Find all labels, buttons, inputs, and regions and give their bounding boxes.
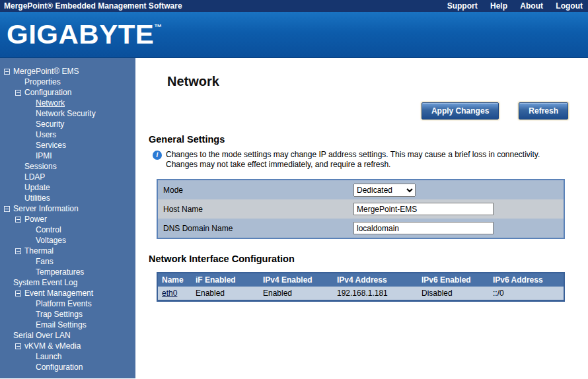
sidebar-item-mergepoint-ems[interactable]: MergePoint® EMS xyxy=(0,66,135,77)
sidebar-item-label[interactable]: Network xyxy=(36,98,65,108)
collapse-icon[interactable] xyxy=(15,291,21,296)
refresh-button[interactable]: Refresh xyxy=(519,102,568,120)
sidebar-item-label[interactable]: Control xyxy=(36,224,61,235)
interface-table-header-row: NameiF EnabledIPv4 EnabledIPv4 AddressIP… xyxy=(157,273,564,287)
sidebar-item-label[interactable]: Temperatures xyxy=(36,267,84,277)
sidebar-item-ipmi[interactable]: IPMI xyxy=(0,151,135,161)
mode-control: Dedicated xyxy=(353,184,564,197)
sidebar-item-label[interactable]: LDAP xyxy=(24,172,45,182)
sidebar-item-sessions[interactable]: Sessions xyxy=(0,161,135,172)
sidebar-item-label[interactable]: Services xyxy=(36,140,66,151)
sidebar-item-label[interactable]: Update xyxy=(24,182,50,193)
sidebar-item-users[interactable]: Users xyxy=(0,129,135,140)
sidebar-item-serial-over-lan[interactable]: Serial Over LAN xyxy=(0,330,135,341)
sidebar-item-launch[interactable]: Launch xyxy=(0,351,135,362)
mode-row: Mode Dedicated xyxy=(158,180,564,199)
sidebar-item-label[interactable]: Configuration xyxy=(24,87,71,98)
sidebar-item-fans[interactable]: Fans xyxy=(0,256,135,267)
sidebar-item-network-security[interactable]: Network Security xyxy=(0,108,135,119)
dns-domain-label: DNS Domain Name xyxy=(163,224,353,233)
sidebar-item-properties[interactable]: Properties xyxy=(0,77,135,87)
sidebar-item-label[interactable]: Server Information xyxy=(13,203,79,214)
sidebar-item-label[interactable]: MergePoint® EMS xyxy=(13,66,79,77)
sidebar-item-label[interactable]: Properties xyxy=(24,77,61,87)
app-title: MergePoint® Embedded Management Software xyxy=(4,1,182,11)
general-settings-heading: General Settings xyxy=(149,134,568,145)
sidebar-item-event-management[interactable]: Event Management xyxy=(0,288,135,298)
general-settings-table: Mode Dedicated Host Name DNS Domain Name xyxy=(157,179,565,239)
trademark-symbol: ™ xyxy=(154,22,162,31)
collapse-icon[interactable] xyxy=(15,90,21,96)
sidebar-item-configuration[interactable]: Configuration xyxy=(0,362,135,372)
sidebar-item-services[interactable]: Services xyxy=(0,140,135,151)
column-header-ipv6-enabled: IPv6 Enabled xyxy=(418,273,489,287)
sidebar-item-label[interactable]: Security xyxy=(36,119,64,129)
page-title: Network xyxy=(167,74,568,89)
cell: Disabled xyxy=(418,287,489,301)
sidebar-item-security[interactable]: Security xyxy=(0,119,135,129)
gigabyte-logo-text: GIGABYTE xyxy=(7,20,154,50)
sidebar-item-label[interactable]: Utilities xyxy=(24,193,50,203)
sidebar-item-label[interactable]: Serial Over LAN xyxy=(13,330,71,341)
sidebar-item-label[interactable]: Sessions xyxy=(24,161,57,172)
interface-link[interactable]: eth0 xyxy=(162,289,177,298)
sidebar-item-utilities[interactable]: Utilities xyxy=(0,193,135,203)
dns-domain-control xyxy=(353,222,564,234)
sidebar-item-server-information[interactable]: Server Information xyxy=(0,203,135,214)
mode-label: Mode xyxy=(163,186,353,195)
apply-changes-button[interactable]: Apply Changes xyxy=(422,102,499,120)
column-header-ipv6-address: IPv6 Address xyxy=(489,273,564,287)
app-window: MergePoint® Embedded Management Software… xyxy=(0,0,588,379)
host-name-input[interactable] xyxy=(353,203,494,215)
collapse-icon[interactable] xyxy=(15,217,21,223)
sidebar-item-label[interactable]: IPMI xyxy=(36,151,52,161)
dns-domain-row: DNS Domain Name xyxy=(158,219,564,238)
sidebar-item-update[interactable]: Update xyxy=(0,182,135,193)
sidebar-item-label[interactable]: Configuration xyxy=(36,362,83,372)
column-header-ipv4-enabled: IPv4 Enabled xyxy=(259,273,333,287)
sidebar-item-label[interactable]: Event Management xyxy=(24,288,93,298)
sidebar-item-label[interactable]: Fans xyxy=(36,256,54,267)
logout-link[interactable]: Logout xyxy=(556,1,583,11)
interface-table: NameiF EnabledIPv4 EnabledIPv4 AddressIP… xyxy=(157,272,565,302)
sidebar-item-label[interactable]: Network Security xyxy=(36,108,96,119)
sidebar-item-label[interactable]: Voltages xyxy=(36,235,66,246)
sidebar-item-temperatures[interactable]: Temperatures xyxy=(0,267,135,277)
collapse-icon[interactable] xyxy=(15,248,21,254)
sidebar-item-label[interactable]: Email Settings xyxy=(36,320,87,330)
sidebar-item-label[interactable]: Launch xyxy=(36,351,61,362)
interface-table-body: eth0EnabledEnabled192.168.1.181Disabled:… xyxy=(157,287,564,301)
sidebar-item-label[interactable]: System Event Log xyxy=(13,277,77,288)
sidebar-item-configuration[interactable]: Configuration xyxy=(0,87,135,98)
sidebar-item-label[interactable]: Trap Settings xyxy=(36,309,83,320)
brand-banner: GIGABYTE™ xyxy=(0,12,588,58)
support-link[interactable]: Support xyxy=(447,1,478,11)
column-header-name: Name xyxy=(157,273,192,287)
sidebar-item-vkvm-vmedia[interactable]: vKVM & vMedia xyxy=(0,341,135,351)
sidebar-item-ldap[interactable]: LDAP xyxy=(0,172,135,182)
sidebar-item-voltages[interactable]: Voltages xyxy=(0,235,135,246)
dns-domain-input[interactable] xyxy=(353,222,494,234)
sidebar-item-power[interactable]: Power xyxy=(0,214,135,224)
sidebar-item-thermal[interactable]: Thermal xyxy=(0,246,135,256)
sidebar-item-label[interactable]: Power xyxy=(24,214,47,224)
sidebar-item-label[interactable]: Platform Events xyxy=(36,298,92,309)
sidebar-tree: MergePoint® EMSPropertiesConfigurationNe… xyxy=(0,66,135,372)
action-button-row: Apply Changes Refresh xyxy=(142,102,568,120)
help-link[interactable]: Help xyxy=(490,1,507,11)
about-link[interactable]: About xyxy=(520,1,543,11)
sidebar-item-network[interactable]: Network xyxy=(0,98,135,108)
mode-select[interactable]: Dedicated xyxy=(353,184,416,197)
sidebar: MergePoint® EMSPropertiesConfigurationNe… xyxy=(0,58,135,378)
collapse-icon[interactable] xyxy=(4,69,10,75)
sidebar-item-email-settings[interactable]: Email Settings xyxy=(0,320,135,330)
collapse-icon[interactable] xyxy=(15,343,21,349)
sidebar-item-trap-settings[interactable]: Trap Settings xyxy=(0,309,135,320)
sidebar-item-platform-events[interactable]: Platform Events xyxy=(0,298,135,309)
sidebar-item-control[interactable]: Control xyxy=(0,224,135,235)
sidebar-item-system-event-log[interactable]: System Event Log xyxy=(0,277,135,288)
sidebar-item-label[interactable]: Users xyxy=(36,129,56,140)
sidebar-item-label[interactable]: vKVM & vMedia xyxy=(24,341,81,351)
collapse-icon[interactable] xyxy=(4,206,10,212)
sidebar-item-label[interactable]: Thermal xyxy=(24,246,54,256)
